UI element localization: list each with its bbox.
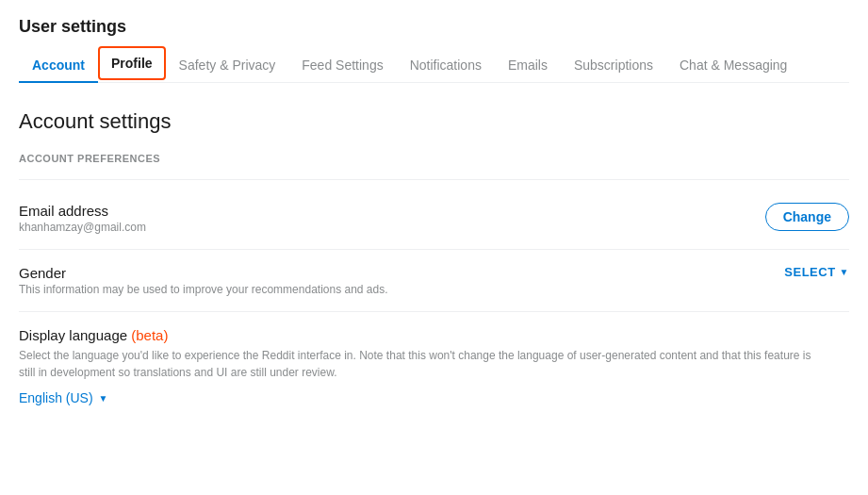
tab-chat-messaging[interactable]: Chat & Messaging <box>666 48 800 82</box>
email-change-button[interactable]: Change <box>765 203 849 231</box>
gender-select-button[interactable]: SELECT ▼ <box>784 265 849 279</box>
tab-account[interactable]: Account <box>19 48 98 82</box>
display-language-desc: Select the language you'd like to experi… <box>19 347 830 381</box>
gender-dropdown-icon: ▼ <box>840 267 849 277</box>
display-language-setting-row: Display language (beta) Select the langu… <box>19 312 849 421</box>
gender-label: Gender <box>19 265 765 281</box>
gender-action: SELECT ▼ <box>784 265 849 279</box>
language-dropdown-icon: ▼ <box>99 393 108 404</box>
section-title: Account settings <box>19 83 849 153</box>
gender-desc: This information may be used to improve … <box>19 283 765 296</box>
tab-emails[interactable]: Emails <box>495 48 561 82</box>
page-title: User settings <box>19 0 849 46</box>
section-divider <box>19 179 849 180</box>
gender-info: Gender This information may be used to i… <box>19 265 784 296</box>
email-setting-row: Email address khanhamzay@gmail.com Chang… <box>19 188 849 250</box>
tab-safety-privacy[interactable]: Safety & Privacy <box>166 48 289 82</box>
beta-badge: (beta) <box>131 327 168 343</box>
tab-subscriptions[interactable]: Subscriptions <box>561 48 666 82</box>
display-language-label: Display language (beta) <box>19 327 830 343</box>
email-value: khanhamzay@gmail.com <box>19 221 746 234</box>
gender-setting-row: Gender This information may be used to i… <box>19 250 849 312</box>
display-language-info: Display language (beta) Select the langu… <box>19 327 849 405</box>
tab-profile[interactable]: Profile <box>98 46 166 80</box>
content-area: Account settings ACCOUNT PREFERENCES Ema… <box>19 83 849 449</box>
email-action: Change <box>765 203 849 231</box>
language-value: English (US) <box>19 390 93 405</box>
tab-feed-settings[interactable]: Feed Settings <box>288 48 396 82</box>
email-label: Email address <box>19 203 746 219</box>
email-info: Email address khanhamzay@gmail.com <box>19 203 765 234</box>
language-selector[interactable]: English (US) ▼ <box>19 390 830 405</box>
tab-notifications[interactable]: Notifications <box>397 48 495 82</box>
preferences-label: ACCOUNT PREFERENCES <box>19 153 849 164</box>
tabs-navigation: Account Profile Safety & Privacy Feed Se… <box>19 46 849 83</box>
gender-select-label: SELECT <box>784 265 835 279</box>
